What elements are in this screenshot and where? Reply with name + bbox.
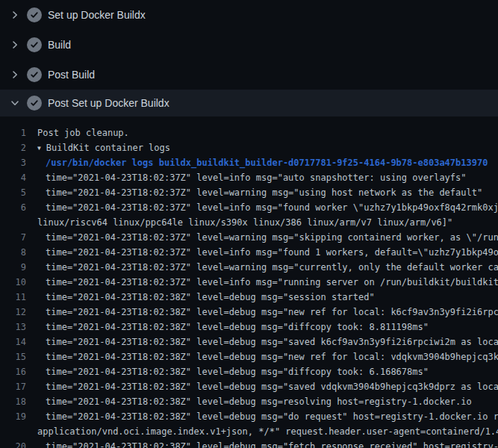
line-number[interactable]: 3 (0, 155, 26, 170)
line-number[interactable] (0, 215, 26, 230)
log-row: 13 time="2021-04-23T18:02:38Z" level=deb… (0, 320, 498, 335)
step-row-set-up-docker-buildx[interactable]: Set up Docker Buildx (0, 0, 498, 30)
log-text: time="2021-04-23T18:02:38Z" level=debug … (26, 320, 429, 335)
line-number[interactable]: 17 (0, 379, 26, 394)
log-row: 6 time="2021-04-23T18:02:37Z" level=info… (0, 200, 498, 215)
command-text: /usr/bin/docker logs buildx_buildkit_bui… (26, 155, 488, 170)
log-row: 20 time="2021-04-23T18:02:38Z" level=deb… (0, 439, 498, 448)
log-text: time="2021-04-23T18:02:38Z" level=debug … (26, 394, 472, 409)
log-text: application/vnd.oci.image.index.v1+json,… (26, 424, 498, 439)
step-label: Post Set up Docker Buildx (48, 96, 169, 111)
log-row: 8 time="2021-04-23T18:02:37Z" level=info… (0, 245, 498, 260)
line-number[interactable]: 13 (0, 320, 26, 335)
step-row-post-build[interactable]: Post Build (0, 60, 498, 90)
log-row: 15 time="2021-04-23T18:02:38Z" level=deb… (0, 349, 498, 364)
log-row: 11 time="2021-04-23T18:02:38Z" level=deb… (0, 290, 498, 305)
line-number[interactable]: 4 (0, 170, 26, 185)
line-number[interactable]: 8 (0, 245, 26, 260)
log-text: time="2021-04-23T18:02:37Z" level=info m… (26, 200, 498, 215)
chevron-right-icon (9, 69, 21, 81)
log-text: time="2021-04-23T18:02:38Z" level=debug … (26, 409, 498, 424)
log-row: 9 time="2021-04-23T18:02:37Z" level=warn… (0, 260, 498, 275)
log-row: 16 time="2021-04-23T18:02:38Z" level=deb… (0, 364, 498, 379)
log-row: 1 Post job cleanup. (0, 125, 498, 140)
log-row: 7 time="2021-04-23T18:02:37Z" level=warn… (0, 230, 498, 245)
line-number[interactable]: 2 (0, 140, 26, 155)
log-text: time="2021-04-23T18:02:37Z" level=warnin… (26, 185, 482, 200)
log-text: time="2021-04-23T18:02:38Z" level=debug … (26, 349, 498, 364)
log-text: time="2021-04-23T18:02:38Z" level=debug … (26, 290, 375, 305)
log-row: linux/riscv64 linux/ppc64le linux/s390x … (0, 215, 498, 230)
log-row: 18 time="2021-04-23T18:02:38Z" level=deb… (0, 394, 498, 409)
log-text: time="2021-04-23T18:02:37Z" level=info m… (26, 275, 498, 290)
group-label: BuildKit container logs (46, 143, 170, 153)
line-number[interactable]: 9 (0, 260, 26, 275)
log-row: 3 /usr/bin/docker logs buildx_buildkit_b… (0, 155, 498, 170)
log-row: 17 time="2021-04-23T18:02:38Z" level=deb… (0, 379, 498, 394)
line-number[interactable]: 12 (0, 305, 26, 320)
chevron-right-icon (9, 9, 21, 21)
log-text: time="2021-04-23T18:02:37Z" level=warnin… (26, 230, 498, 245)
log-row: 5 time="2021-04-23T18:02:37Z" level=warn… (0, 185, 498, 200)
log-row: application/vnd.oci.image.index.v1+json,… (0, 424, 498, 439)
log-group-row[interactable]: 2 ▼BuildKit container logs (0, 140, 498, 155)
line-number[interactable]: 15 (0, 349, 26, 364)
check-circle-icon (27, 37, 42, 52)
step-row-build[interactable]: Build (0, 30, 498, 60)
log-viewer[interactable]: 1 Post job cleanup. 2 ▼BuildKit containe… (0, 116, 498, 448)
line-number[interactable]: 14 (0, 335, 26, 349)
line-number[interactable] (0, 424, 26, 439)
log-text: time="2021-04-23T18:02:38Z" level=debug … (26, 439, 498, 448)
log-row: 10 time="2021-04-23T18:02:37Z" level=inf… (0, 275, 498, 290)
chevron-down-icon (9, 97, 21, 109)
log-row: 19 time="2021-04-23T18:02:38Z" level=deb… (0, 409, 498, 424)
log-text: time="2021-04-23T18:02:37Z" level=info m… (26, 170, 467, 185)
line-number[interactable]: 19 (0, 409, 26, 424)
line-number[interactable]: 20 (0, 439, 26, 448)
line-number[interactable]: 7 (0, 230, 26, 245)
log-text: time="2021-04-23T18:02:37Z" level=warnin… (26, 260, 498, 275)
log-row: 14 time="2021-04-23T18:02:38Z" level=deb… (0, 335, 498, 349)
log-row: 4 time="2021-04-23T18:02:37Z" level=info… (0, 170, 498, 185)
log-text: time="2021-04-23T18:02:38Z" level=debug … (26, 305, 498, 320)
step-row-post-set-up-docker-buildx[interactable]: Post Set up Docker Buildx (0, 90, 498, 116)
line-number[interactable]: 1 (0, 125, 26, 140)
triangle-down-icon: ▼ (37, 141, 41, 155)
check-circle-icon (27, 7, 42, 22)
line-number[interactable]: 18 (0, 394, 26, 409)
log-text: Post job cleanup. (26, 125, 129, 140)
log-text: time="2021-04-23T18:02:38Z" level=debug … (26, 335, 498, 349)
step-label: Set up Docker Buildx (48, 7, 146, 22)
line-number[interactable]: 11 (0, 290, 26, 305)
line-number[interactable]: 5 (0, 185, 26, 200)
log-text: time="2021-04-23T18:02:38Z" level=debug … (26, 364, 429, 379)
log-text: ▼BuildKit container logs (26, 140, 170, 155)
log-text: time="2021-04-23T18:02:37Z" level=info m… (26, 245, 498, 260)
steps-list: Set up Docker Buildx Build Post Build (0, 0, 498, 116)
step-label: Post Build (48, 67, 95, 82)
chevron-right-icon (9, 39, 21, 51)
line-number[interactable]: 10 (0, 275, 26, 290)
check-circle-icon (27, 96, 42, 111)
line-number[interactable]: 6 (0, 200, 26, 215)
check-circle-icon (27, 67, 42, 82)
line-number[interactable]: 16 (0, 364, 26, 379)
step-label: Build (48, 37, 71, 52)
log-text: linux/riscv64 linux/ppc64le linux/s390x … (26, 215, 452, 230)
log-text: time="2021-04-23T18:02:38Z" level=debug … (26, 379, 498, 394)
log-row: 12 time="2021-04-23T18:02:38Z" level=deb… (0, 305, 498, 320)
